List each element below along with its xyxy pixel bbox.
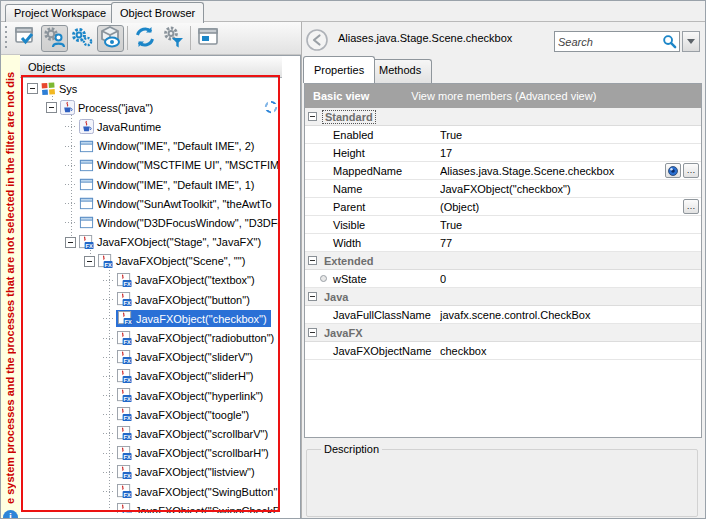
- collapse-expander-icon[interactable]: [308, 256, 317, 265]
- toolbar-button-gear-filter[interactable]: [160, 25, 187, 52]
- tree-item-window-sunawttoolkit-theawtto[interactable]: Window("SunAwtToolkit", "theAwtTo: [23, 194, 278, 213]
- property-group-javafx[interactable]: JavaFX: [305, 324, 701, 342]
- toolbar-separator: [127, 26, 128, 50]
- tree-item-javafxobject-button[interactable]: FXJavaFXObject("button"): [23, 290, 278, 309]
- property-value[interactable]: JavaFXObject("checkbox"): [440, 183, 661, 195]
- property-value[interactable]: 0: [440, 273, 661, 285]
- tree-item-javaruntime[interactable]: JavaRuntime: [23, 117, 278, 136]
- svg-text:FX: FX: [124, 453, 131, 459]
- toolbar-button-gears-user[interactable]: [41, 25, 68, 52]
- collapse-expander-icon[interactable]: [308, 328, 317, 337]
- tree-item-javafxobject-toogle[interactable]: FXJavaFXObject("toogle"): [23, 405, 278, 424]
- property-name: Enabled: [333, 129, 373, 141]
- tree-item-window-msctfime-ui-msctfime[interactable]: Window("MSCTFIME UI", "MSCTFIME: [23, 156, 278, 175]
- tree-item-label: Window("MSCTFIME UI", "MSCTFIME: [97, 159, 278, 171]
- property-group-standard[interactable]: Standard: [305, 108, 701, 126]
- property-group-extended[interactable]: Extended: [305, 252, 701, 270]
- tree-item-label: Window("D3DFocusWindow", "D3DFo: [97, 217, 278, 229]
- collapse-expander-icon[interactable]: [308, 112, 317, 121]
- property-value[interactable]: True: [440, 219, 661, 231]
- toolbar-button-gears[interactable]: [69, 25, 96, 52]
- tree-item-window-ime-default-ime-2[interactable]: Window("IME", "Default IME", 2): [23, 137, 278, 156]
- collapse-expander-icon[interactable]: [84, 256, 95, 267]
- tree-item-label: JavaFXObject("textbox"): [135, 274, 255, 286]
- tree-connector: [103, 453, 114, 454]
- property-row-height[interactable]: Height17: [305, 144, 701, 162]
- tree-connector: [103, 510, 114, 511]
- property-row-javafxobjectname[interactable]: JavaFXObjectNamecheckbox: [305, 342, 701, 360]
- svg-text:FX: FX: [124, 338, 131, 344]
- tree-item-javafxobject-swingcheckb[interactable]: FXJavaFXObject("SwingCheckB: [23, 501, 278, 513]
- tree-item-label: JavaFXObject("scrollbarV"): [135, 428, 268, 440]
- tree-item-sys[interactable]: Sys: [23, 79, 278, 98]
- tree-item-javafxobject-hyperlink[interactable]: FXJavaFXObject("hyperlink"): [23, 386, 278, 405]
- gears-icon: [70, 25, 94, 52]
- collapse-expander-icon[interactable]: [308, 292, 317, 301]
- tree-connector: [103, 357, 114, 358]
- tab-project-workspace[interactable]: Project Workspace: [5, 4, 115, 22]
- property-value[interactable]: javafx.scene.control.CheckBox: [440, 309, 661, 321]
- tree-item-javafxobject-swingbutton[interactable]: FXJavaFXObject("SwingButton": [23, 482, 278, 501]
- property-row-visible[interactable]: VisibleTrue: [305, 216, 701, 234]
- property-value[interactable]: Aliases.java.Stage.Scene.checkbox: [440, 165, 661, 177]
- property-row-parent[interactable]: Parent(Object)…: [305, 198, 701, 216]
- javafx-icon: FX: [117, 465, 132, 480]
- tree-item-window-ime-default-ime-1[interactable]: Window("IME", "Default IME", 1): [23, 175, 278, 194]
- toolbar-button-refresh[interactable]: [132, 25, 159, 52]
- property-row-enabled[interactable]: EnabledTrue: [305, 126, 701, 144]
- tree-item-process-java[interactable]: Process("java"): [23, 98, 278, 117]
- toolbar-grip[interactable]: [4, 26, 8, 50]
- tree-connector: [103, 414, 114, 415]
- property-value[interactable]: 17: [440, 147, 661, 159]
- property-row-width[interactable]: Width77: [305, 234, 701, 252]
- tab-methods[interactable]: Methods: [368, 59, 432, 83]
- javafx-icon: FX: [117, 503, 132, 513]
- property-row-name[interactable]: NameJavaFXObject("checkbox"): [305, 180, 701, 198]
- tab-properties[interactable]: Properties: [303, 56, 375, 83]
- tree-connector: [103, 299, 114, 300]
- tab-object-browser[interactable]: Object Browser: [111, 2, 204, 23]
- collapse-expander-icon[interactable]: [27, 83, 38, 94]
- javafx-icon: FX: [117, 484, 132, 499]
- property-row-wstate[interactable]: wState0: [305, 270, 701, 288]
- tree-item-window-d3dfocuswindow-d3dfo[interactable]: Window("D3DFocusWindow", "D3DFo: [23, 213, 278, 232]
- search-input[interactable]: [555, 33, 659, 50]
- view-value-eye-icon[interactable]: [665, 163, 681, 178]
- tree-item-javafxobject-checkbox[interactable]: FXJavaFXObject("checkbox"): [23, 309, 278, 328]
- toolbar-button-window-panel[interactable]: [195, 25, 222, 52]
- tree-item-javafxobject-scrollbarh[interactable]: FXJavaFXObject("scrollbarH"): [23, 444, 278, 463]
- tree-connector: [103, 318, 114, 319]
- tree-item-javafxobject-scene[interactable]: FXJavaFXObject("Scene", ""): [23, 252, 278, 271]
- advanced-view-link[interactable]: View more members (Advanced view): [411, 90, 596, 102]
- java-icon: [79, 119, 94, 134]
- ellipsis-button[interactable]: …: [683, 199, 699, 214]
- javafx-icon: FX: [117, 426, 132, 441]
- tree-item-javafxobject-stage-javafx[interactable]: FXJavaFXObject("Stage", "JavaFX"): [23, 233, 278, 252]
- property-row-mappedname[interactable]: MappedNameAliases.java.Stage.Scene.check…: [305, 162, 701, 180]
- property-group-label: JavaFX: [322, 327, 365, 339]
- property-value[interactable]: 77: [440, 237, 661, 249]
- tree-item-javafxobject-textbox[interactable]: FXJavaFXObject("textbox"): [23, 271, 278, 290]
- property-value[interactable]: True: [440, 129, 661, 141]
- property-row-javafullclassname[interactable]: JavaFullClassNamejavafx.scene.control.Ch…: [305, 306, 701, 324]
- collapse-expander-icon[interactable]: [65, 237, 76, 248]
- tree-item-javafxobject-listview[interactable]: FXJavaFXObject("listview"): [23, 463, 278, 482]
- tree-item-javafxobject-sliderv[interactable]: FXJavaFXObject("sliderV"): [23, 348, 278, 367]
- tree-item-javafxobject-scrollbarv[interactable]: FXJavaFXObject("scrollbarV"): [23, 424, 278, 443]
- property-value[interactable]: checkbox: [440, 345, 661, 357]
- property-group-java[interactable]: Java: [305, 288, 701, 306]
- tree-item-javafxobject-sliderh[interactable]: FXJavaFXObject("sliderH"): [23, 367, 278, 386]
- objects-panel: Objects SysProcess("java")JavaRuntimeWin…: [20, 55, 301, 519]
- property-value[interactable]: (Object): [440, 201, 661, 213]
- extended-property-bullet-icon: [320, 275, 327, 282]
- toolbar-button-window-check[interactable]: [13, 25, 40, 52]
- tree-item-label: Window("SunAwtToolkit", "theAwtTo: [97, 198, 272, 210]
- ellipsis-button[interactable]: …: [683, 163, 699, 178]
- back-button[interactable]: [306, 29, 328, 51]
- toolbar-button-cube-eye[interactable]: [97, 25, 124, 52]
- object-details-panel: Aliases.java.Stage.Scene.checkbox Proper…: [301, 22, 706, 519]
- search-options-dropdown[interactable]: [682, 31, 700, 52]
- search-icon[interactable]: [659, 32, 679, 51]
- collapse-expander-icon[interactable]: [46, 102, 57, 113]
- tree-item-javafxobject-radiobutton[interactable]: FXJavaFXObject("radiobutton"): [23, 328, 278, 347]
